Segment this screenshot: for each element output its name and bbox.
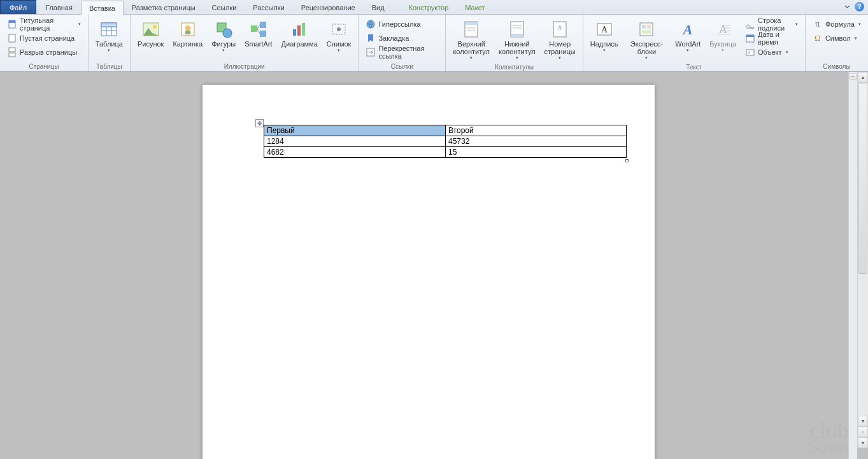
scroll-down-button[interactable]: ▾	[858, 416, 868, 427]
cover-page-button[interactable]: Титульная страница ▾	[4, 17, 84, 31]
chart-button[interactable]: Диаграмма	[278, 17, 321, 50]
tab-mailings[interactable]: Рассылки	[245, 0, 292, 14]
textbox-button[interactable]: A Надпись ▾	[587, 17, 622, 55]
vertical-ruler: ─	[848, 72, 857, 459]
table-cell[interactable]: 15	[446, 147, 627, 158]
table-cell[interactable]: 45732	[446, 136, 627, 147]
symbol-button[interactable]: Ω Символ ▾	[809, 31, 864, 45]
ribbon-tabs: Файл Главная Вставка Разметка страницы С…	[0, 0, 868, 15]
chart-icon	[289, 19, 309, 39]
equation-button[interactable]: π Формула ▾	[809, 17, 864, 31]
datetime-button[interactable]: Дата и время	[742, 31, 801, 45]
blank-page-icon	[7, 33, 17, 43]
clipart-button[interactable]: Картинка	[169, 17, 206, 50]
group-pages: Титульная страница ▾ Пустая страница Раз…	[0, 15, 89, 71]
svg-rect-52	[746, 35, 754, 37]
split-handle[interactable]: ─	[850, 73, 857, 80]
tab-page-layout[interactable]: Разметка страницы	[124, 0, 204, 14]
group-headerfooter: Верхний колонтитул ▾ Нижний колонтитул ▾…	[446, 15, 583, 71]
help-icon[interactable]: ?	[855, 2, 864, 11]
bookmark-icon	[366, 33, 376, 43]
page-break-button[interactable]: Разрыв страницы	[4, 45, 84, 59]
tab-review[interactable]: Рецензирование	[293, 0, 364, 14]
table-icon	[99, 19, 119, 39]
header-icon	[461, 19, 481, 39]
scroll-up-button[interactable]: ▴	[858, 72, 868, 83]
minimize-ribbon-icon[interactable]	[843, 2, 852, 11]
table-move-handle[interactable]: ✥	[255, 119, 264, 127]
svg-rect-20	[260, 31, 266, 37]
bookmark-button[interactable]: Закладка	[362, 31, 441, 45]
object-button[interactable]: Объект ▾	[742, 45, 801, 59]
tab-view[interactable]: Вид	[364, 0, 393, 14]
tab-table-design[interactable]: Конструктор	[401, 0, 457, 14]
tab-insert[interactable]: Вставка	[81, 1, 124, 15]
table-row[interactable]: 1284 45732	[264, 136, 627, 147]
header-button[interactable]: Верхний колонтитул ▾	[450, 17, 493, 62]
table-cell[interactable]: Второй	[446, 125, 627, 136]
hyperlink-button[interactable]: Гиперссылка	[362, 17, 441, 31]
chevron-down-icon: ▾	[855, 36, 857, 41]
prev-page-button[interactable]: ◦	[858, 427, 868, 437]
quickparts-label: Экспресс-блоки	[627, 40, 667, 55]
chevron-down-icon: ▾	[786, 50, 788, 55]
page-break-label: Разрыв страницы	[20, 48, 77, 56]
shapes-button[interactable]: Фигуры ▾	[208, 17, 239, 55]
tab-table-layout[interactable]: Макет	[457, 0, 493, 14]
next-page-button[interactable]: ▾	[858, 437, 868, 448]
scroll-thumb[interactable]	[858, 83, 867, 274]
footer-button[interactable]: Нижний колонтитул ▾	[495, 17, 539, 62]
header-label: Верхний колонтитул	[453, 40, 490, 55]
sigline-label: Строка подписи	[758, 17, 792, 32]
bookmark-label: Закладка	[378, 34, 409, 42]
tab-references[interactable]: Ссылки	[204, 0, 245, 14]
quickparts-button[interactable]: Экспресс-блоки ▾	[624, 17, 670, 62]
chevron-down-icon: ▾	[108, 48, 110, 53]
watermark-line2: Sovet	[808, 440, 849, 454]
wordart-icon: A	[678, 19, 698, 39]
svg-rect-29	[465, 22, 478, 25]
table-cell[interactable]: 4682	[264, 147, 446, 158]
table-row[interactable]: 4682 15	[264, 147, 627, 158]
blank-page-button[interactable]: Пустая страница	[4, 31, 84, 45]
chevron-down-icon: ▾	[338, 48, 340, 53]
table-button[interactable]: Таблица ▾	[92, 17, 126, 55]
hyperlink-label: Гиперссылка	[378, 20, 420, 28]
document-table[interactable]: Первый Второй 1284 45732 4682 15	[264, 125, 627, 158]
picture-label: Рисунок	[138, 40, 164, 48]
wordart-button[interactable]: A WordArt ▾	[672, 17, 704, 55]
chevron-down-icon: ▾	[470, 55, 473, 60]
object-icon	[745, 47, 755, 57]
svg-text:#: #	[558, 25, 562, 32]
group-tables: Таблица ▾ Таблицы	[89, 15, 131, 71]
footer-icon	[507, 19, 527, 39]
group-links-label: Ссылки	[362, 62, 441, 71]
screenshot-button[interactable]: Снимок ▾	[324, 17, 355, 55]
group-symbols: π Формула ▾ Ω Символ ▾ Символы	[806, 15, 868, 71]
svg-point-25	[337, 27, 341, 31]
svg-point-14	[185, 25, 190, 31]
chevron-down-icon: ▾	[645, 55, 648, 60]
dropcap-button[interactable]: A Буквица ▾	[706, 17, 739, 55]
group-links: Гиперссылка Закладка Перекрестная ссылка…	[359, 15, 446, 71]
chevron-down-icon: ▾	[687, 48, 689, 53]
tab-home[interactable]: Главная	[38, 0, 81, 14]
group-text: A Надпись ▾ Экспресс-блоки ▾ A WordArt ▾…	[583, 15, 806, 71]
crossref-button[interactable]: Перекрестная ссылка	[362, 45, 441, 59]
vertical-scrollbar[interactable]: ▴ ▾ ◦ ▾	[857, 72, 868, 448]
smartart-button[interactable]: SmartArt	[241, 17, 275, 50]
tab-file[interactable]: Файл	[0, 0, 36, 14]
table-cell[interactable]: 1284	[264, 136, 446, 147]
picture-button[interactable]: Рисунок	[134, 17, 167, 50]
table-resize-handle[interactable]	[625, 159, 629, 162]
group-text-label: Текст	[587, 62, 801, 72]
document-workspace[interactable]: ✥ Первый Второй 1284 45732 4682 15	[0, 72, 857, 459]
pagenum-button[interactable]: # Номер страницы ▾	[541, 17, 579, 62]
document-page[interactable]: ✥ Первый Второй 1284 45732 4682 15	[203, 85, 655, 459]
sigline-button[interactable]: Строка подписи ▾	[742, 17, 801, 31]
dropcap-icon: A	[713, 19, 733, 39]
svg-rect-2	[9, 34, 15, 42]
table-cell-selected[interactable]: Первый	[264, 125, 446, 136]
table-row[interactable]: Первый Второй	[264, 125, 627, 136]
shapes-icon	[213, 19, 234, 39]
